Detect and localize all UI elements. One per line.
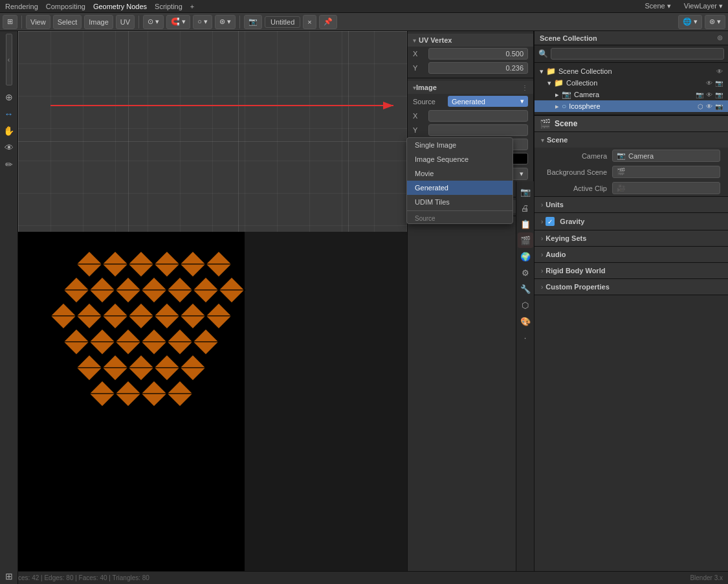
dropdown-single-image[interactable]: Single Image [407, 138, 513, 152]
image-x-label: X [413, 112, 426, 120]
gravity-header[interactable]: › ✓ Gravity [535, 213, 728, 230]
svg-marker-32 [154, 303, 180, 316]
viewport-shading-btn[interactable]: 🌐 ▾ [678, 15, 702, 29]
outliner-search-input[interactable] [551, 48, 724, 60]
overlay-btn[interactable]: ⊛ ▾ [215, 15, 236, 29]
x-value[interactable]: 0.500 [428, 48, 528, 60]
svg-marker-2 [76, 251, 102, 264]
source-dropdown-btn[interactable]: Generated ▾ [448, 96, 528, 107]
select-menu-btn[interactable]: Select [53, 15, 82, 29]
scene-collection-visibility[interactable]: 👁 [716, 68, 723, 75]
menu-geometry-nodes[interactable]: Geometry Nodes [93, 3, 147, 10]
collection-item[interactable]: ▾ 📁 Collection 👁 📷 [535, 77, 728, 89]
proportional-btn[interactable]: ○ ▾ [193, 15, 212, 29]
audio-header[interactable]: › Audio [535, 247, 728, 262]
transform-tool[interactable]: ⊞ [1, 568, 17, 584]
icosphere-outliner-item[interactable]: ▸ ○ Icosphere ⬡ 👁 📷 [535, 100, 728, 112]
dropdown-udim-tiles[interactable]: UDIM Tiles [407, 195, 513, 209]
scene-props-icon[interactable]: 🎬 [518, 232, 533, 248]
image-section-title: Image [416, 84, 437, 91]
units-header[interactable]: › Units [535, 197, 728, 212]
collection-icon: 📁 [554, 78, 564, 87]
snap-btn[interactable]: 🧲 ▾ [166, 15, 190, 29]
world-props-icon[interactable]: 🌍 [518, 249, 533, 264]
image-options-icon[interactable]: ⋮ [522, 84, 528, 91]
view-layer-props-icon[interactable]: 📋 [518, 216, 533, 232]
dropdown-image-sequence[interactable]: Image Sequence [407, 152, 513, 166]
view-menu-btn[interactable]: View [26, 15, 50, 29]
svg-marker-54 [76, 355, 102, 368]
grab-tool[interactable]: ✋ [1, 123, 17, 139]
cursor-tool[interactable]: ⊕ [1, 89, 17, 105]
uv-menu-btn[interactable]: UV [116, 15, 135, 29]
menu-scripting[interactable]: Scripting [155, 3, 182, 10]
annotate-tool[interactable]: ✏ [1, 157, 17, 172]
active-clip-value[interactable]: 🎥 [612, 182, 720, 194]
svg-marker-59 [76, 368, 102, 381]
image-menu-btn[interactable]: Image [84, 15, 113, 29]
svg-marker-29 [76, 303, 102, 316]
camera-outliner-item[interactable]: ▸ 📷 Camera 📷 👁 📷 [535, 89, 728, 100]
image-x-value[interactable] [428, 110, 528, 122]
scene-section-header[interactable]: ▾ Scene [535, 132, 728, 148]
svg-marker-4 [128, 251, 154, 264]
collection-render[interactable]: 📷 [715, 80, 723, 87]
svg-marker-71 [167, 394, 193, 407]
view-tool[interactable]: 👁 [1, 140, 17, 155]
render-props-icon[interactable]: 📷 [518, 184, 533, 199]
svg-marker-28 [50, 303, 76, 316]
data-props-icon[interactable]: ⬡ [518, 297, 533, 313]
gravity-checkbox[interactable]: ✓ [546, 217, 555, 226]
custom-properties-header[interactable]: › Custom Properties [535, 279, 728, 295]
image-section-header[interactable]: ▾ Image ⋮ [408, 81, 533, 94]
modifier-props-icon[interactable]: 🔧 [518, 281, 533, 297]
view-layer-selector[interactable]: ViewLayer ▾ [684, 2, 723, 10]
collection-visibility[interactable]: 👁 [706, 80, 712, 87]
icosphere-data-icon[interactable]: ⬡ [698, 103, 703, 110]
dropdown-generated[interactable]: Generated [407, 181, 513, 195]
menu-rendering[interactable]: Rendering [5, 3, 38, 10]
svg-marker-13 [206, 264, 232, 277]
menu-add-workspace[interactable]: + [190, 3, 194, 10]
dropdown-movie[interactable]: Movie [407, 166, 513, 181]
status-left: Vertices: 42 | Edges: 80 | Faces: 40 | T… [5, 574, 149, 581]
rigid-body-header[interactable]: › Rigid Body World [535, 263, 728, 278]
svg-marker-5 [154, 251, 180, 264]
scene-selector[interactable]: Scene ▾ [645, 2, 671, 10]
y-value[interactable]: 0.236 [428, 62, 528, 74]
close-image-btn[interactable]: × [303, 15, 316, 29]
icosphere-item-label: Icosphere [569, 102, 600, 110]
outliner-filter-icon[interactable]: ⊛ [717, 34, 723, 42]
camera-visibility[interactable]: 👁 [706, 91, 712, 98]
background-scene-value[interactable]: 🎬 [612, 166, 720, 178]
editor-type-btn[interactable]: ⊞ [3, 15, 17, 29]
overlays-btn[interactable]: ⊛ ▾ [705, 15, 725, 29]
status-bar: Vertices: 42 | Edges: 80 | Faces: 40 | T… [0, 571, 728, 584]
pin-btn[interactable]: 📌 [319, 15, 337, 29]
svg-marker-27 [219, 290, 245, 303]
image-slot-btn[interactable]: 📷 [244, 15, 262, 29]
gravity-section: › ✓ Gravity [535, 213, 728, 230]
camera-render[interactable]: 📷 [715, 91, 723, 98]
camera-value[interactable]: 📷 Camera [612, 150, 720, 162]
left-panel-toggle[interactable]: ‹ [6, 34, 12, 85]
source-dropdown-arrow: ▾ [520, 97, 524, 106]
scene-props-header: 🎬 Scene [535, 116, 728, 132]
icosphere-visibility[interactable]: 👁 [706, 103, 712, 110]
object-props-icon[interactable]: ⚙ [518, 265, 533, 280]
menu-compositing[interactable]: Compositing [46, 3, 85, 10]
pivot-btn[interactable]: ⊙ ▾ [143, 15, 164, 29]
output-props-icon[interactable]: 🖨 [518, 200, 533, 216]
icosphere-render[interactable]: 📷 [715, 103, 723, 110]
uv-vertex-header[interactable]: ▾ UV Vertex [408, 34, 533, 47]
image-y-value[interactable] [428, 124, 528, 136]
scene-collection-root[interactable]: ▾ 📁 Scene Collection 👁 [535, 65, 728, 77]
material-props-icon[interactable]: 🎨 [518, 313, 533, 329]
search-icon: 🔍 [538, 49, 548, 58]
camera-data-icon[interactable]: 📷 [696, 91, 703, 98]
keying-sets-header[interactable]: › Keying Sets [535, 230, 728, 246]
icosphere-expand-icon: ▸ [555, 102, 559, 111]
svg-marker-64 [89, 381, 115, 394]
particles-props-icon[interactable]: · [518, 330, 533, 345]
move-tool[interactable]: ↔ [1, 106, 17, 122]
